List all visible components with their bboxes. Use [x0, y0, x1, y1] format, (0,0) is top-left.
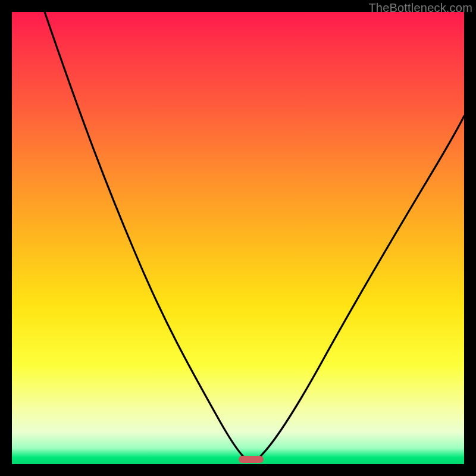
watermark-text: TheBottleneck.com — [368, 1, 472, 15]
plot-area — [12, 12, 464, 464]
bottleneck-curve — [12, 12, 464, 464]
bottleneck-marker — [239, 456, 264, 463]
chart-frame — [12, 12, 464, 464]
